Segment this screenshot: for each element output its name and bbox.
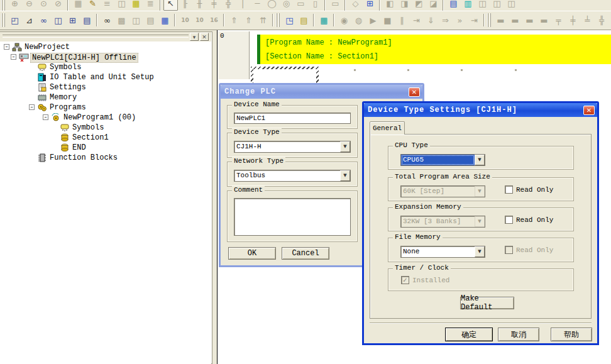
panel-grip-handle[interactable]: [3, 35, 189, 38]
find-window-icon[interactable]: ∞: [36, 13, 51, 27]
program-area-value: 60K [Step]: [401, 186, 475, 197]
compare-windows-icon[interactable]: ◫: [51, 13, 65, 27]
edit-comment-icon[interactable]: ✎: [85, 0, 100, 11]
toolbar-grip[interactable]: [487, 13, 492, 27]
help-button[interactable]: 帮助: [551, 328, 592, 341]
tree-item-label[interactable]: Programs: [48, 103, 87, 112]
io-comment-view-icon[interactable]: ▤: [446, 0, 461, 11]
network-type-combo[interactable]: Toolbus ▼: [234, 170, 351, 182]
toolbar-grip[interactable]: [1, 13, 6, 27]
io-table-dialog-icon[interactable]: ▦: [158, 13, 172, 27]
checkbox-icon[interactable]: [505, 216, 513, 224]
cross-ref-3-icon: ╧: [580, 13, 595, 27]
toolbar-separator: [95, 14, 99, 26]
tree-item-newproject[interactable]: –NewProject: [0, 42, 211, 52]
tree-item-label[interactable]: Function Blocks: [48, 153, 119, 162]
make-default-button[interactable]: Make Default: [460, 297, 514, 309]
tree-item-label[interactable]: NewPLC1[CJ1H-H] Offline: [30, 53, 138, 63]
change-plc-titlebar[interactable]: Change PLC ✕: [221, 85, 422, 99]
chevron-down-icon[interactable]: ▾: [190, 33, 199, 41]
vertical-line-icon: │: [236, 0, 250, 11]
cancel-button[interactable]: Cancel: [282, 247, 329, 260]
device-type-settings-dialog: Device Type Settings [CJ1H-H] ✕ General …: [362, 101, 599, 345]
tree-item-label[interactable]: Symbols: [71, 123, 105, 132]
chevron-down-icon[interactable]: ▼: [340, 141, 350, 152]
address-list-icon: ≡: [100, 0, 114, 11]
tree-item-symbols[interactable]: Symbols: [0, 62, 211, 72]
tree-item-end[interactable]: END: [0, 143, 211, 153]
comment-group: Comment: [227, 190, 358, 242]
new-window-icon[interactable]: ⊞: [65, 13, 80, 27]
toolbar-grip[interactable]: [276, 13, 281, 27]
select-tool-icon[interactable]: ↖: [163, 0, 178, 11]
symbols-icon: [37, 63, 47, 72]
cancel-button[interactable]: 取消: [498, 328, 539, 341]
comment-textarea[interactable]: [234, 198, 351, 236]
tab-general[interactable]: General: [370, 121, 405, 135]
tree-item-programs[interactable]: –Programs: [0, 102, 211, 113]
chevron-down-icon[interactable]: ▼: [340, 170, 350, 181]
tree-item-symbols[interactable]: Symbols: [0, 123, 211, 133]
new-or-closed-contact-icon: ╬: [221, 0, 236, 11]
tree-item-label[interactable]: IO Table and Unit Setup: [48, 73, 155, 82]
tree-item-label[interactable]: NewProgram1 (00): [62, 113, 137, 122]
new-project-icon[interactable]: ◰: [8, 13, 22, 27]
ok-button[interactable]: 确定: [445, 328, 493, 341]
show-grid-icon: ▦: [71, 0, 85, 11]
monitor-grid-icon[interactable]: ▦: [129, 0, 143, 11]
online-edit-icon[interactable]: ▤: [297, 13, 311, 27]
tree-item-label[interactable]: Memory: [48, 93, 78, 102]
tree-item-io-table-and-unit-setup[interactable]: IO Table and Unit Setup: [0, 72, 211, 82]
tree-expander-icon[interactable]: –: [4, 44, 9, 50]
rung-number-margin: 0: [218, 31, 250, 79]
close-icon[interactable]: ✕: [583, 106, 595, 115]
expansion-memory-readonly-checkbox[interactable]: Read Only: [505, 216, 553, 224]
toolbar-area: ⊕⊖⊙⊘▦✎≡◫▦≣↖╟╫╪╬│─◯◎▭▯▭◇⊞◧◨◩◪▤▥◫◫◫ ◰⊿∞◫⊞▤…: [0, 0, 611, 30]
toolbar-separator: [222, 14, 226, 26]
chevron-down-icon[interactable]: ▼: [475, 155, 485, 165]
tree-item-memory[interactable]: Memory: [0, 92, 211, 102]
tree-item-newprogram1-00[interactable]: –NewProgram1 (00): [0, 113, 211, 123]
tree-item-settings[interactable]: Settings: [0, 82, 211, 92]
tree-item-section1[interactable]: Section1: [0, 133, 211, 143]
close-icon[interactable]: ✕: [409, 87, 420, 97]
program-name-text: [Program Name : NewProgram1]: [265, 38, 392, 47]
device-type-combo[interactable]: CJ1H-H ▼: [234, 141, 351, 153]
cpu-type-value: CPU65: [401, 155, 475, 165]
toolbar-separator: [332, 14, 336, 26]
program-area-readonly-checkbox[interactable]: Read Only: [505, 185, 553, 194]
tree-item-label[interactable]: END: [71, 143, 87, 152]
tree-item-newplc1-cj1h-h-offline[interactable]: –NewPLC1[CJ1H-H] Offline: [0, 52, 211, 62]
chevron-down-icon[interactable]: ▼: [475, 246, 485, 257]
checkbox-icon[interactable]: [505, 185, 513, 194]
section-name-text: [Section Name : Section1]: [265, 52, 378, 61]
tree-item-label[interactable]: NewProject: [23, 43, 71, 52]
tree-item-label[interactable]: Section1: [71, 133, 110, 142]
rung-left-bus-bar: [257, 35, 260, 64]
tree-expander-icon[interactable]: –: [11, 54, 16, 60]
work-online-icon[interactable]: ◳: [282, 13, 297, 27]
pulse-calendar-icon[interactable]: ⊞: [363, 0, 377, 11]
tree-item-label[interactable]: Symbols: [48, 63, 82, 72]
toolbar-grip[interactable]: [1, 0, 6, 11]
close-panel-icon[interactable]: ✕: [200, 33, 209, 41]
watch-window-icon[interactable]: ▥: [461, 0, 475, 11]
plc-icon: [19, 53, 29, 62]
file-memory-combo[interactable]: None ▼: [400, 246, 485, 258]
tree-item-function-blocks[interactable]: Function Blocks: [0, 153, 211, 163]
ok-button[interactable]: OK: [228, 247, 276, 260]
toolbar-row-standard: ◰⊿∞◫⊞▤∞▩◫▤▦101016⇑⇑⇈◳▤▦◉◍▶■‖⇥⇓⇒»⇥▬▬▬▬╤╪╧…: [0, 11, 611, 29]
tree-expander-icon[interactable]: –: [29, 104, 35, 110]
run-to-end-icon: ⇥: [467, 13, 482, 27]
device-name-input[interactable]: NewPLC1: [234, 113, 351, 124]
compile-icon[interactable]: ⊿: [22, 13, 36, 27]
monitor-view-4-icon: ◫: [504, 0, 519, 11]
toolbar-separator: [312, 14, 316, 26]
monitor-mode-icon[interactable]: ▦: [317, 13, 331, 27]
device-settings-titlebar[interactable]: Device Type Settings [CJ1H-H] ✕: [364, 103, 597, 117]
properties-icon[interactable]: ▤: [80, 13, 94, 27]
tree-expander-icon[interactable]: –: [43, 114, 48, 120]
cpu-type-combo[interactable]: CPU65 ▼: [400, 154, 485, 166]
binoculars-search-icon[interactable]: ∞: [100, 13, 114, 27]
tree-item-label[interactable]: Settings: [48, 83, 87, 92]
